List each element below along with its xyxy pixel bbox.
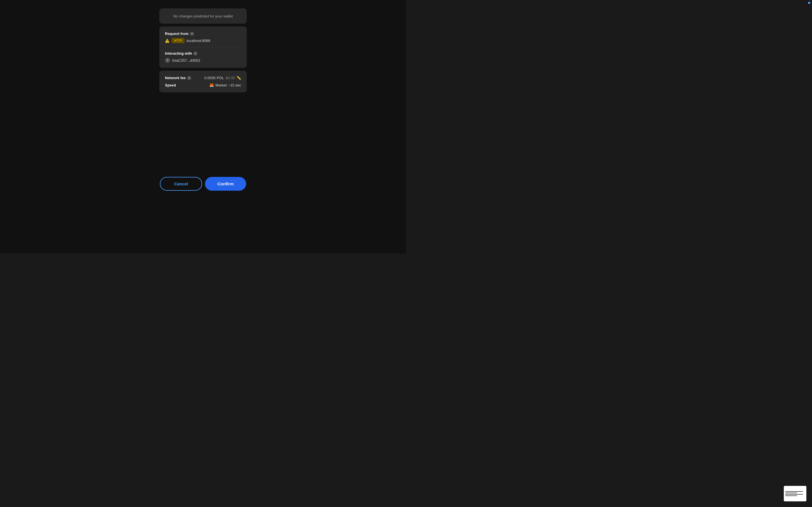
request-from-label: Request from ? — [165, 32, 241, 36]
contract-address: 0xaC257...d3002 — [172, 58, 200, 62]
interacting-with-label: Interacting with ? — [165, 51, 241, 55]
contract-icon: ? — [165, 58, 170, 63]
request-from-help-icon[interactable]: ? — [190, 32, 194, 36]
host-text: localhost:8099 — [187, 39, 210, 43]
http-badge-row: ⚠️ HTTP localhost:8099 — [165, 38, 241, 43]
warning-icon: ⚠️ — [165, 39, 169, 43]
speed-label: Speed — [165, 83, 176, 87]
network-fee-row: Network fee ? 0.0035 POL $0.00 ✏️ — [165, 76, 241, 80]
divider — [165, 47, 241, 47]
spacer — [159, 95, 247, 174]
network-fee-help-icon[interactable]: ? — [187, 76, 191, 80]
wallet-panel: No changes predicted for your wallet Req… — [159, 8, 247, 191]
no-changes-text: No changes predicted for your wallet — [173, 14, 233, 18]
cancel-button[interactable]: Cancel — [160, 177, 202, 191]
speed-row: Speed 🦊 Market ~15 sec — [165, 83, 241, 87]
no-changes-banner: No changes predicted for your wallet — [159, 8, 247, 24]
fee-card: Network fee ? 0.0035 POL $0.00 ✏️ Speed … — [159, 71, 247, 93]
edit-fee-icon[interactable]: ✏️ — [237, 76, 241, 80]
interacting-row: ? 0xaC257...d3002 — [165, 58, 241, 63]
speed-value: 🦊 Market ~15 sec — [209, 83, 241, 87]
fee-amount: 0.0035 POL — [204, 76, 224, 80]
http-badge: HTTP — [172, 38, 185, 43]
interacting-with-section: Interacting with ? ? 0xaC257...d3002 — [165, 51, 241, 63]
fee-value: 0.0035 POL $0.00 ✏️ — [204, 76, 241, 80]
network-fee-label: Network fee ? — [165, 76, 191, 80]
fee-usd: $0.00 — [225, 76, 235, 80]
interacting-with-help-icon[interactable]: ? — [193, 52, 197, 55]
button-row: Cancel Confirm — [159, 177, 247, 191]
request-from-card: Request from ? ⚠️ HTTP localhost:8099 In… — [159, 26, 247, 68]
confirm-button[interactable]: Confirm — [205, 177, 246, 191]
speed-emoji: 🦊 — [209, 83, 214, 87]
speed-time: ~15 sec — [228, 83, 241, 87]
speed-type: Market — [215, 83, 227, 87]
main-container: No changes predicted for your wallet Req… — [0, 0, 406, 253]
request-from-section: Request from ? ⚠️ HTTP localhost:8099 — [165, 32, 241, 43]
